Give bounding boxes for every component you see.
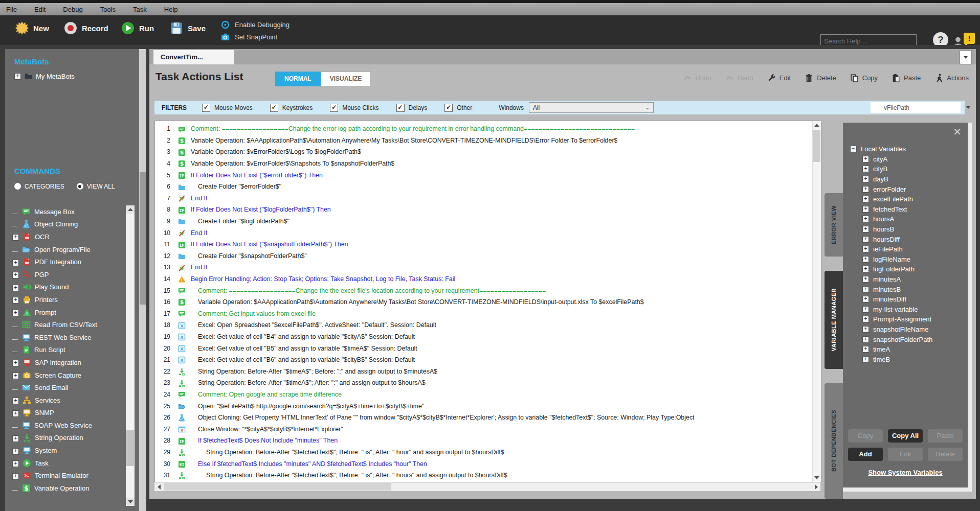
- command-item-task[interactable]: + Task: [12, 457, 124, 470]
- notification-alert-icon[interactable]: !: [964, 33, 975, 44]
- expand-icon[interactable]: +: [862, 326, 869, 333]
- expand-icon[interactable]: +: [862, 266, 869, 272]
- action-row[interactable]: 29 String Operation: Before-After "$fetc…: [155, 447, 812, 458]
- scroll-right-icon[interactable]: [812, 482, 820, 491]
- variable-item-minutesb[interactable]: + minutesB: [850, 284, 965, 294]
- sidebar-scrollbar[interactable]: [139, 49, 146, 511]
- tab-error-view[interactable]: ERROR VIEW: [825, 193, 843, 257]
- action-row[interactable]: 26 Object Cloning: Get Property 'HTML In…: [155, 412, 812, 424]
- command-item-soap-web-service[interactable]: SOAP Web Service: [12, 419, 124, 432]
- expand-icon[interactable]: +: [862, 226, 869, 233]
- variable-item-errorfolder[interactable]: + errorFolder: [850, 184, 965, 194]
- sidebar-item-my-metabots[interactable]: + My MetaBots: [14, 73, 75, 80]
- record-button[interactable]: Record: [64, 21, 108, 35]
- paste-button[interactable]: Paste: [928, 429, 963, 443]
- variable-item-logfilename[interactable]: + logFileName: [850, 254, 965, 265]
- action-row[interactable]: 22 String Operation: Before-After "$time…: [155, 365, 812, 377]
- variable-item-hoursa[interactable]: + hoursA: [850, 214, 965, 224]
- action-row[interactable]: 27 Close Window: "*$cityA$*$cityB$*Inter…: [155, 423, 812, 435]
- tab-variable-manager[interactable]: VARIABLE MANAGER: [825, 271, 843, 369]
- radio-view-all[interactable]: VIEW ALL: [77, 183, 115, 190]
- expand-icon[interactable]: +: [862, 276, 869, 283]
- action-row[interactable]: 7 IF End If: [155, 193, 812, 204]
- undo-button[interactable]: Undo: [683, 74, 711, 82]
- expand-icon[interactable]: +: [862, 156, 869, 162]
- expand-icon[interactable]: +: [862, 286, 869, 293]
- windows-select[interactable]: All ⌄: [529, 102, 654, 113]
- variable-item-timea[interactable]: + timeA: [850, 344, 965, 355]
- menu-edit[interactable]: Edit: [34, 6, 46, 13]
- expand-icon[interactable]: +: [862, 216, 869, 222]
- expand-icon[interactable]: +: [862, 356, 869, 363]
- expand-icon[interactable]: +: [862, 346, 869, 353]
- command-item-string-operation[interactable]: + String Operation: [12, 432, 124, 445]
- action-row[interactable]: 2 $ Variable Operation: $AAApplicationPa…: [155, 135, 812, 147]
- close-icon[interactable]: ✕: [953, 126, 962, 138]
- document-tab[interactable]: ConvertTim...: [153, 50, 234, 64]
- variable-item-prompt-assignment[interactable]: + Prompt-Assignment: [850, 314, 965, 324]
- expand-icon[interactable]: +: [862, 166, 869, 172]
- paste-button[interactable]: Paste: [892, 74, 921, 82]
- scroll-left-icon[interactable]: [154, 482, 163, 491]
- menu-file[interactable]: File: [6, 6, 17, 13]
- delete-button[interactable]: Delete: [928, 448, 963, 461]
- filter-checkbox-other[interactable]: ✓ Other: [444, 104, 472, 112]
- actions-button[interactable]: Actions: [934, 74, 969, 82]
- action-row[interactable]: 21 X Excel: Get value of cell "B6" and a…: [155, 354, 812, 366]
- command-item-object-cloning[interactable]: Object Cloning: [12, 218, 124, 231]
- variable-item-citya[interactable]: + cityA: [850, 154, 965, 165]
- command-item-variable-operation[interactable]: $ Variable Operation: [12, 482, 124, 495]
- redo-button[interactable]: Redo: [725, 74, 753, 82]
- copy-button[interactable]: Copy: [848, 429, 883, 443]
- edit-button[interactable]: Edit: [767, 74, 791, 82]
- variable-item-my-list-variable[interactable]: + my-list-variable: [850, 305, 965, 315]
- action-row[interactable]: 5 IF If Folder Does Not Exist ("$errorFo…: [155, 169, 812, 181]
- command-item-open-program-file[interactable]: Open Program/File: [12, 243, 124, 256]
- variable-item-timeb[interactable]: + timeB: [850, 354, 965, 364]
- command-item-ocr[interactable]: + OCR: [12, 230, 124, 243]
- command-item-sap-integration[interactable]: + SAP Integration: [12, 356, 124, 369]
- action-row[interactable]: 6 Create Folder "$errorFolder$": [155, 181, 812, 193]
- command-item-message-box[interactable]: Message Box: [12, 205, 124, 218]
- expand-icon[interactable]: +: [12, 260, 19, 266]
- action-row[interactable]: 31 String Operation: Before-After "$fetc…: [155, 470, 812, 481]
- variable-item-fetchedtext[interactable]: + fetchedText: [850, 204, 965, 215]
- variable-item-iefilepath[interactable]: + ieFilePath: [850, 244, 965, 254]
- action-row[interactable]: 17 Comment: Get input values from excel …: [155, 308, 812, 320]
- expand-icon[interactable]: +: [12, 373, 19, 379]
- expand-icon[interactable]: +: [12, 310, 19, 316]
- variable-item-excelfilepath[interactable]: + excelFilePath: [850, 194, 965, 204]
- tab-list-dropdown[interactable]: [960, 51, 972, 64]
- action-row[interactable]: 25 Open: "$ieFilePath$ http://google.com…: [155, 400, 812, 412]
- filter-checkbox-mouse-clicks[interactable]: ✓ Mouse Clicks: [330, 104, 378, 112]
- action-row[interactable]: 13 IF End If: [155, 262, 812, 273]
- expand-icon[interactable]: +: [12, 448, 19, 455]
- enable-debugging-toggle[interactable]: Enable Debugging: [221, 20, 289, 29]
- expand-icon[interactable]: +: [862, 256, 869, 263]
- filter-checkbox-keystrokes[interactable]: ✓ Keystrokes: [270, 104, 313, 112]
- command-item-snmp[interactable]: + SNMP: [12, 407, 124, 420]
- action-row[interactable]: 18 X Excel: Open Spreadsheet "$excelFile…: [155, 319, 812, 331]
- scrollbar-thumb[interactable]: [164, 483, 391, 491]
- action-row[interactable]: 11 IF If Folder Does Not Exist ("$snapsh…: [155, 239, 812, 250]
- expand-icon[interactable]: +: [12, 360, 19, 366]
- commands-scrollbar[interactable]: [126, 205, 135, 506]
- command-item-pdf-integration[interactable]: + PDF Integration: [12, 256, 124, 268]
- command-item-system[interactable]: + System: [12, 444, 124, 457]
- command-item-terminal-emulator[interactable]: + Terminal Emulator: [12, 469, 124, 482]
- command-item-play-sound[interactable]: + Play Sound: [12, 281, 124, 294]
- expand-icon[interactable]: +: [862, 176, 869, 182]
- action-row[interactable]: 3 $ Variable Operation: $vErrorFolder$\L…: [155, 146, 812, 158]
- scrollbar-thumb[interactable]: [140, 172, 146, 305]
- variable-item-cityb[interactable]: + cityB: [850, 164, 965, 174]
- variable-tree-root[interactable]: − Local Variables: [850, 144, 965, 154]
- action-search-box[interactable]: [871, 102, 961, 113]
- action-row[interactable]: 12 Create Folder "$snapshotFolderPath$": [155, 250, 812, 262]
- action-row[interactable]: 19 X Excel: Get value of cell "B4" and a…: [155, 331, 812, 343]
- action-row[interactable]: 4 $ Variable Operation: $vErrorFolder$\S…: [155, 158, 812, 170]
- scroll-up-icon[interactable]: [126, 205, 135, 214]
- command-item-services[interactable]: + Services: [12, 394, 124, 407]
- expand-icon[interactable]: +: [12, 410, 19, 417]
- new-button[interactable]: New: [15, 21, 49, 35]
- menu-debug[interactable]: Debug: [63, 6, 82, 13]
